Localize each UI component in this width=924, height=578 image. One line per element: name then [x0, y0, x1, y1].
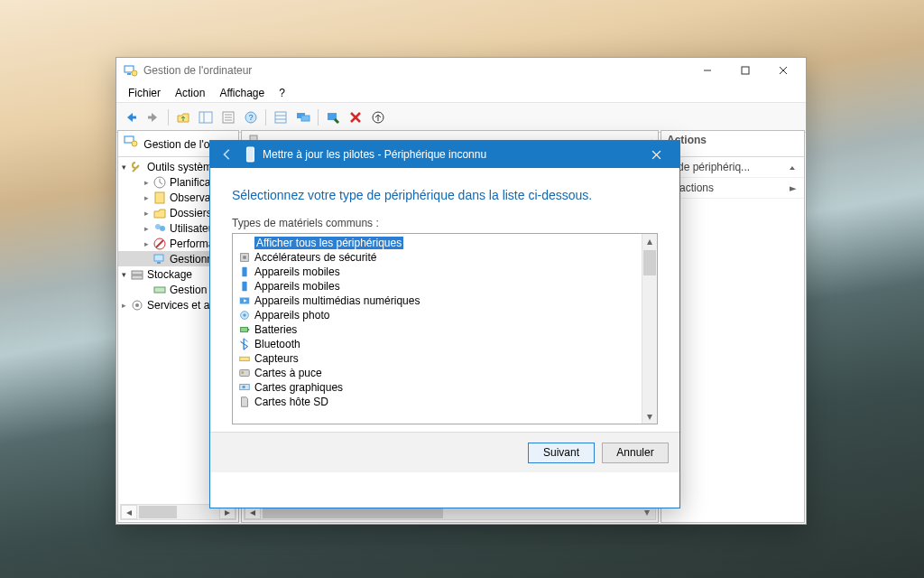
- cancel-button[interactable]: Annuler: [602, 443, 669, 463]
- chevron-right-icon: ▶: [790, 184, 797, 191]
- svg-rect-48: [243, 256, 246, 259]
- maximize-button[interactable]: [726, 58, 764, 83]
- titlebar[interactable]: Gestion de l'ordinateur: [116, 58, 806, 83]
- gpu-icon: [236, 380, 253, 395]
- menubar: Fichier Action Affichage ?: [116, 83, 806, 103]
- hardware-type-listbox[interactable]: Afficher tous les périphériquesAccélérat…: [232, 233, 658, 424]
- menu-action[interactable]: Action: [169, 85, 211, 101]
- minimize-button[interactable]: [688, 58, 726, 83]
- chevron-right-icon[interactable]: ▸: [141, 223, 152, 234]
- tree-node-label[interactable]: Services et ap: [147, 299, 216, 312]
- svg-rect-4: [742, 67, 749, 74]
- svg-rect-59: [242, 371, 245, 374]
- actions-item-label: actions: [679, 182, 714, 194]
- performance-icon: [152, 237, 167, 251]
- help-icon[interactable]: ?: [240, 107, 262, 128]
- list-item[interactable]: Appareils photo: [235, 308, 641, 322]
- list-item-label: Cartes à puce: [254, 367, 322, 379]
- properties-icon[interactable]: [217, 107, 239, 128]
- tree-node-label[interactable]: Outils système: [147, 161, 218, 173]
- back-icon[interactable]: [216, 143, 239, 166]
- list-item[interactable]: Appareils mobiles: [235, 279, 641, 294]
- window-title: Gestion de l'ordinateur: [143, 64, 252, 77]
- list-item[interactable]: Batteries: [235, 322, 641, 337]
- chevron-down-icon[interactable]: ▾: [118, 162, 129, 172]
- svg-rect-9: [199, 112, 212, 123]
- svg-point-2: [132, 70, 137, 76]
- svg-rect-7: [131, 117, 136, 119]
- dialog-titlebar[interactable]: Mettre à jour les pilotes - Périphérique…: [210, 141, 679, 168]
- list-view-icon[interactable]: [270, 107, 291, 128]
- app-icon: [124, 63, 138, 78]
- svg-line-33: [156, 240, 163, 247]
- eventviewer-icon: [152, 191, 167, 205]
- chevron-right-icon[interactable]: ▸: [141, 177, 152, 188]
- scroll-thumb[interactable]: [643, 250, 656, 275]
- scroll-down-icon[interactable]: ▾: [643, 409, 656, 424]
- actions-item[interactable]: e de périphériq... ▲: [661, 157, 804, 178]
- chevron-right-icon[interactable]: ▸: [141, 238, 152, 249]
- list-item[interactable]: Accélérateurs de sécurité: [235, 250, 641, 265]
- storage-icon: [130, 267, 144, 282]
- list-item[interactable]: Appareils mobiles: [235, 265, 641, 279]
- scroll-up-icon[interactable]: ▴: [643, 234, 656, 248]
- dialog-subheading: Types de matériels communs :: [232, 217, 658, 229]
- svg-point-61: [242, 386, 245, 389]
- chip-icon: [236, 250, 253, 265]
- menu-view[interactable]: Affichage: [213, 85, 271, 101]
- svg-rect-49: [242, 267, 246, 277]
- list-item[interactable]: Capteurs: [235, 351, 641, 366]
- chevron-right-icon[interactable]: ▸: [118, 300, 129, 311]
- close-icon[interactable]: [638, 143, 674, 166]
- actions-item[interactable]: actions ▶: [661, 178, 804, 199]
- back-icon[interactable]: [120, 107, 142, 128]
- chevron-down-icon[interactable]: ▾: [118, 269, 129, 280]
- shared-folders-icon: [152, 206, 167, 220]
- svg-rect-50: [242, 282, 246, 292]
- tree-node-label[interactable]: Stockage: [147, 268, 192, 281]
- list-item[interactable]: Cartes à puce: [235, 366, 641, 380]
- bluetooth-icon: [236, 337, 253, 351]
- list-item-label: Batteries: [254, 323, 297, 336]
- show-hide-tree-icon[interactable]: [195, 107, 217, 128]
- svg-rect-21: [301, 116, 310, 121]
- svg-rect-56: [248, 329, 250, 331]
- svg-rect-8: [148, 117, 153, 119]
- services-icon: [130, 298, 144, 312]
- scroll-left-icon[interactable]: ◂: [121, 505, 137, 519]
- list-item-label: Accélérateurs de sécurité: [254, 251, 376, 264]
- monitors-icon[interactable]: [292, 107, 314, 128]
- app-icon: [124, 134, 138, 148]
- forward-icon[interactable]: [143, 107, 164, 128]
- list-item[interactable]: Cartes graphiques: [235, 380, 641, 395]
- up-folder-icon[interactable]: [172, 107, 194, 128]
- update-driver-dialog: Mettre à jour les pilotes - Périphérique…: [209, 140, 680, 508]
- blank: [141, 284, 152, 295]
- battery-icon: [236, 322, 253, 337]
- svg-rect-35: [157, 262, 161, 264]
- scheduler-icon: [152, 175, 167, 190]
- list-item[interactable]: Bluetooth: [235, 337, 641, 351]
- menu-file[interactable]: Fichier: [122, 85, 167, 101]
- close-button[interactable]: [764, 58, 802, 83]
- delete-icon[interactable]: [345, 107, 366, 128]
- sd-icon: [236, 395, 253, 409]
- list-item-label: Bluetooth: [254, 338, 300, 350]
- list-item[interactable]: Afficher tous les périphériques: [235, 236, 641, 250]
- svg-rect-37: [132, 275, 143, 279]
- scan-hardware-icon[interactable]: [322, 107, 344, 128]
- chevron-right-icon[interactable]: ▸: [141, 192, 152, 203]
- chevron-right-icon[interactable]: ▸: [141, 208, 152, 219]
- chevron-up-icon: ▲: [788, 163, 797, 171]
- vertical-scrollbar[interactable]: ▴ ▾: [642, 234, 657, 424]
- disk-mgmt-icon: [152, 283, 167, 297]
- list-item-label: Appareils multimédias numériques: [254, 294, 420, 307]
- list-item[interactable]: Appareils multimédias numériques: [235, 294, 641, 308]
- update-driver-icon[interactable]: [367, 107, 389, 128]
- sensor-icon: [236, 351, 253, 366]
- svg-rect-17: [275, 112, 286, 123]
- list-item[interactable]: Cartes hôte SD: [235, 395, 641, 409]
- menu-help[interactable]: ?: [273, 85, 291, 101]
- next-button[interactable]: Suivant: [528, 443, 595, 463]
- svg-rect-58: [240, 370, 250, 377]
